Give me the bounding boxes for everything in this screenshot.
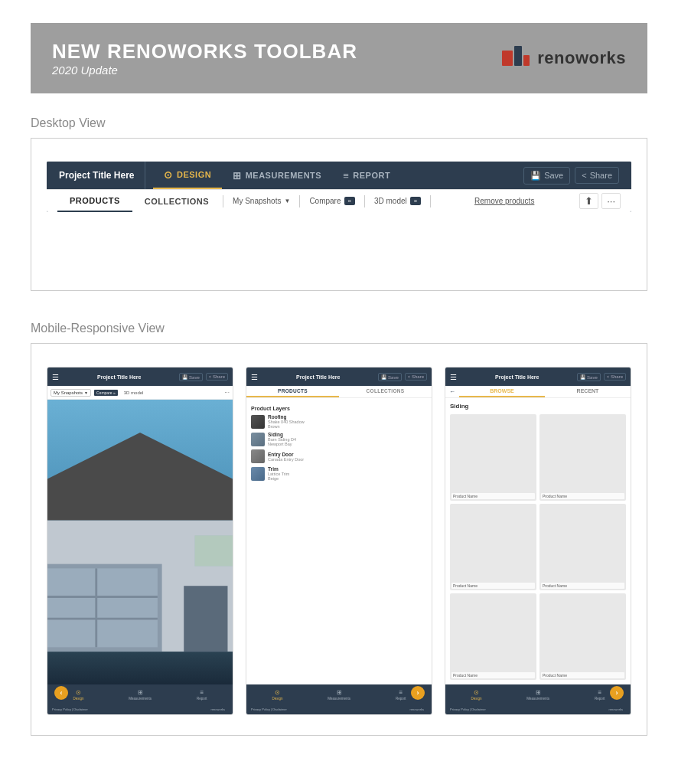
house-svg — [47, 400, 233, 684]
product-cell-4[interactable]: Product Name — [539, 504, 626, 590]
mob-share-btn-1[interactable]: < Share — [206, 373, 228, 381]
mob-nav-measurements-1[interactable]: ⊞ Measurements — [129, 689, 152, 701]
tab-design-label: DESIGN — [177, 170, 211, 179]
mob-nav-report-3[interactable]: ≡ Report — [595, 689, 605, 701]
mob-save-btn-2[interactable]: 💾 Save — [378, 373, 401, 381]
mob-bottom-nav-1: ⊙ Design ⊞ Measurements ≡ Report — [47, 684, 233, 704]
toolbar-outer: Project Title Here ⊙ DESIGN ⊞ MEASUREMEN… — [47, 162, 631, 212]
svg-rect-2 — [523, 55, 530, 66]
page-subtitle: 2020 Update — [52, 64, 357, 77]
mob-browse-tab-bar: ← BROWSE RECENT — [445, 386, 631, 398]
product-cell-5[interactable]: Product Name — [450, 593, 536, 680]
save-icon: 💾 — [530, 171, 541, 181]
mob-footer-privacy-1: Privacy Policy | Disclaimer — [52, 706, 88, 713]
tab-report[interactable]: ≡ REPORT — [332, 162, 401, 189]
design-nav-label-1: Design — [73, 697, 83, 701]
measurements-nav-label-3: Measurements — [526, 697, 549, 701]
door-detail1: Canada Entry Door — [268, 457, 304, 462]
mob-share-btn-3[interactable]: < Share — [604, 373, 626, 381]
mob-snapshots-1[interactable]: My Snapshots ▼ — [51, 389, 91, 397]
mob-3d-1[interactable]: 3D model — [121, 390, 147, 395]
toolbar-sub: PRODUCTS COLLECTIONS My Snapshots ▼ Comp… — [47, 189, 631, 212]
my-snapshots-dropdown[interactable]: My Snapshots ▼ — [225, 197, 298, 205]
back-button-3[interactable]: ← — [445, 386, 459, 397]
product-name-1: Product Name — [451, 493, 535, 499]
svg-rect-12 — [184, 586, 227, 652]
3d-model-button[interactable]: 3D model » — [367, 197, 429, 205]
mob-nav-design-3[interactable]: ⊙ Design — [471, 689, 481, 701]
report-nav-icon-1: ≡ — [200, 689, 204, 696]
svg-rect-0 — [502, 51, 513, 66]
siding-name: Siding — [268, 432, 296, 437]
mob-tabs-2: PRODUCTS COLLECTIONS — [246, 386, 432, 398]
mobile-screen-3-wrapper: ☰ Project Title Here 💾 Save < Share ← BR… — [445, 367, 631, 712]
mobile-view-box: ☰ Project Title Here 💾 Save < Share My S… — [31, 343, 647, 736]
toolbar-top: Project Title Here ⊙ DESIGN ⊞ MEASUREMEN… — [47, 162, 631, 189]
browse-section-title: Siding — [450, 403, 626, 410]
product-cell-3[interactable]: Product Name — [450, 504, 536, 590]
door-thumb — [251, 449, 265, 463]
mobile-screen-1: ☰ Project Title Here 💾 Save < Share My S… — [47, 367, 233, 715]
mob-browse-tabs-3: BROWSE RECENT — [459, 386, 631, 397]
mob-nav-measurements-2[interactable]: ⊞ Measurements — [328, 689, 350, 701]
product-cell-6[interactable]: Product Name — [539, 593, 626, 680]
toolbar-project-title: Project Title Here — [54, 162, 145, 189]
trim-name: Trim — [268, 466, 289, 472]
upload-icon-button[interactable]: ⬆ — [579, 193, 598, 209]
hamburger-icon-3[interactable]: ☰ — [450, 373, 457, 381]
compare-button[interactable]: Compare » — [302, 197, 363, 205]
compare-arrow: » — [344, 197, 355, 205]
mob-title-3: Project Title Here — [495, 374, 539, 380]
measurements-nav-icon-1: ⊞ — [138, 689, 143, 696]
mob-house-image — [47, 400, 233, 684]
product-cell-1[interactable]: Product Name — [450, 414, 536, 501]
mob-browse-panel-3: Siding Product Name Product Name Product… — [445, 398, 631, 684]
compare-label: Compare — [309, 197, 341, 205]
mob-save-btn-3[interactable]: 💾 Save — [577, 373, 600, 381]
design-nav-label-2: Design — [272, 697, 282, 701]
tab-design[interactable]: ⊙ DESIGN — [153, 162, 222, 189]
tab-measurements[interactable]: ⊞ MEASUREMENTS — [222, 162, 332, 189]
mob-tab-recent[interactable]: RECENT — [545, 386, 631, 397]
remove-products-button[interactable]: Remove products — [474, 197, 534, 205]
mob-share-btn-2[interactable]: < Share — [405, 373, 427, 381]
mob-nav-design-2[interactable]: ⊙ Design — [272, 689, 282, 701]
mob-products-panel-2: Product Layers Roofing Shake 040 Shadow … — [246, 401, 432, 684]
report-nav-label-1: Report — [197, 697, 207, 701]
hamburger-icon-2[interactable]: ☰ — [251, 373, 258, 381]
hamburger-icon-1[interactable]: ☰ — [52, 373, 59, 381]
roofing-name: Roofing — [268, 414, 305, 420]
sub-tab-collections[interactable]: COLLECTIONS — [132, 190, 221, 212]
design-nav-icon-3: ⊙ — [474, 689, 479, 696]
mob-nav-design-1[interactable]: ⊙ Design — [73, 689, 83, 701]
mobile-screens: ☰ Project Title Here 💾 Save < Share My S… — [47, 367, 631, 712]
mob-save-btn-1[interactable]: 💾 Save — [179, 373, 202, 381]
mob-dots-1[interactable]: ··· — [224, 389, 230, 396]
next-arrow-2[interactable]: › — [411, 686, 425, 700]
more-options-button[interactable]: ··· — [601, 193, 621, 209]
siding-detail2: Newport Bay — [268, 442, 296, 446]
prev-arrow-1[interactable]: ‹ — [54, 686, 68, 700]
mob-nav-report-1[interactable]: ≡ Report — [197, 689, 207, 701]
mob-tab-collections-2[interactable]: COLLECTIONS — [339, 386, 432, 397]
mob-nav-report-2[interactable]: ≡ Report — [396, 689, 406, 701]
sub-divider-2 — [299, 195, 300, 207]
svg-rect-8 — [47, 568, 158, 647]
toolbar-nav-tabs: ⊙ DESIGN ⊞ MEASUREMENTS ≡ REPORT — [153, 162, 523, 189]
mob-bottom-nav-2: ⊙ Design ⊞ Measurements ≡ Report — [246, 684, 432, 704]
mob-actions-3: 💾 Save < Share — [577, 373, 626, 381]
product-cell-2[interactable]: Product Name — [539, 414, 626, 501]
design-nav-label-3: Design — [471, 697, 481, 701]
save-button[interactable]: 💾 Save — [523, 167, 570, 185]
mob-nav-measurements-3[interactable]: ⊞ Measurements — [526, 689, 549, 701]
mob-compare-1[interactable]: Compare » — [94, 390, 118, 396]
logo-text: renoworks — [537, 48, 626, 68]
roofing-thumb — [251, 415, 265, 429]
mob-tab-products-2[interactable]: PRODUCTS — [246, 386, 339, 397]
next-arrow-3[interactable]: › — [610, 686, 624, 700]
mob-tab-browse[interactable]: BROWSE — [459, 386, 545, 397]
share-button[interactable]: < Share — [575, 167, 619, 184]
3d-arrow: » — [410, 197, 421, 205]
mob-bottom-footer-1: Privacy Policy | Disclaimer renoworks — [47, 704, 233, 714]
sub-tab-products[interactable]: PRODUCTS — [57, 190, 132, 212]
